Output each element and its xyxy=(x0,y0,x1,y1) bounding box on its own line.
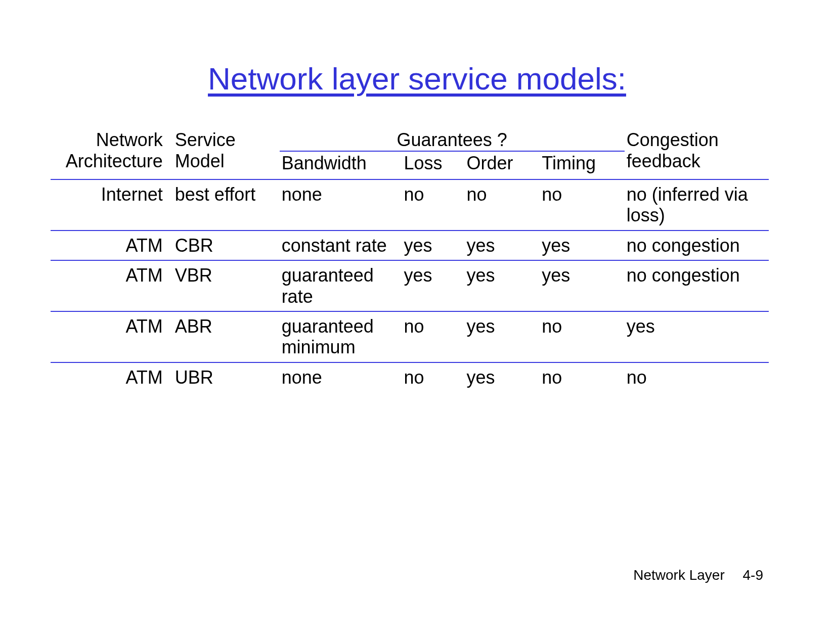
header-bandwidth: Bandwidth xyxy=(282,153,367,173)
cell-architecture: ATM xyxy=(125,316,162,337)
cell-timing: no xyxy=(542,184,562,205)
cell-loss: yes xyxy=(404,265,432,286)
cell-loss: no xyxy=(404,316,424,337)
cell-loss: yes xyxy=(404,235,432,256)
header-order: Order xyxy=(466,153,513,173)
cell-order: yes xyxy=(466,316,495,337)
cell-loss: no xyxy=(404,367,424,388)
cell-bandwidth: none xyxy=(282,367,322,388)
cell-order: yes xyxy=(466,367,495,388)
cell-timing: no xyxy=(542,367,562,388)
cell-congestion: no congestion xyxy=(627,235,740,256)
header-guarantees-group: Guarantees ? xyxy=(397,129,507,150)
slide-title: Network layer service models: xyxy=(0,61,834,97)
footer-page-number: 4-9 xyxy=(743,567,763,583)
cell-congestion: no xyxy=(627,367,647,388)
table-row: ATM VBR guaranteed rate yes yes yes no c… xyxy=(51,260,769,311)
cell-bandwidth: constant rate xyxy=(282,235,387,256)
cell-bandwidth: guaranteed rate xyxy=(282,265,374,306)
table-row: Internet best effort none no no no no (i… xyxy=(51,179,769,231)
cell-congestion: no congestion xyxy=(627,265,740,286)
cell-order: yes xyxy=(466,235,495,256)
cell-timing: yes xyxy=(542,235,570,256)
table-row: ATM UBR none no yes no no xyxy=(51,362,769,392)
cell-service-model: CBR xyxy=(175,235,213,256)
cell-service-model: ABR xyxy=(175,316,212,337)
header-service-model: Service Model xyxy=(175,129,236,171)
cell-service-model: best effort xyxy=(175,184,255,205)
cell-loss: no xyxy=(404,184,424,205)
header-loss: Loss xyxy=(404,153,442,173)
slide-footer: Network Layer 4-9 xyxy=(633,567,763,583)
cell-order: yes xyxy=(466,265,495,286)
header-timing: Timing xyxy=(542,153,596,173)
cell-timing: yes xyxy=(542,265,570,286)
cell-architecture: ATM xyxy=(125,235,162,256)
cell-order: no xyxy=(466,184,487,205)
cell-bandwidth: guaranteed minimum xyxy=(282,316,374,357)
cell-architecture: Internet xyxy=(101,184,163,205)
table-row: ATM ABR guaranteed minimum no yes no yes xyxy=(51,311,769,362)
cell-congestion: yes xyxy=(627,316,655,337)
cell-architecture: ATM xyxy=(125,367,162,388)
header-congestion: Congestion feedback xyxy=(627,129,719,171)
cell-congestion: no (inferred via loss) xyxy=(627,184,748,225)
cell-timing: no xyxy=(542,316,562,337)
header-architecture: Network Architecture xyxy=(66,129,163,171)
footer-label: Network Layer xyxy=(633,567,725,583)
cell-service-model: VBR xyxy=(175,265,212,286)
table-row: ATM CBR constant rate yes yes yes no con… xyxy=(51,231,769,260)
cell-architecture: ATM xyxy=(125,265,162,286)
cell-bandwidth: none xyxy=(282,184,322,205)
cell-service-model: UBR xyxy=(175,367,213,388)
service-models-table: Network Architecture Service Model Guara… xyxy=(51,126,769,392)
